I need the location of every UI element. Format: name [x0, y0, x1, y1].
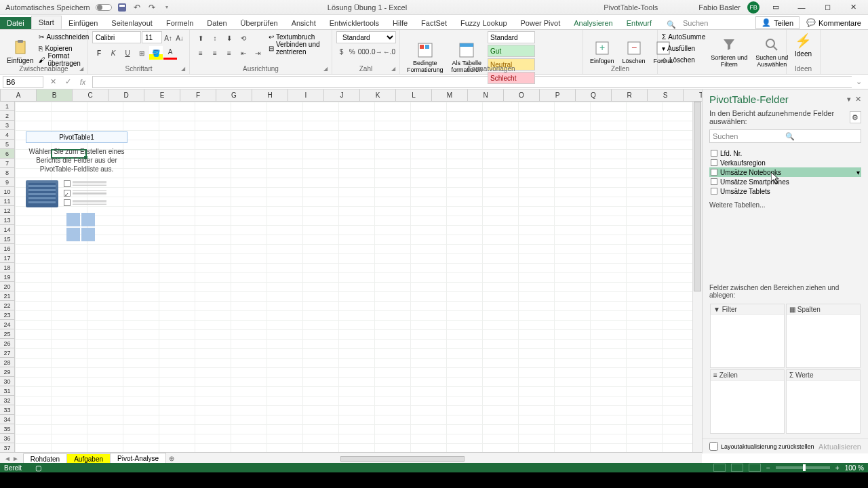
area-rows[interactable]: ≡ Zeilen: [710, 369, 785, 434]
column-header[interactable]: D: [108, 89, 144, 102]
clear-button[interactable]: ◇Löschen: [662, 54, 705, 65]
zoom-level[interactable]: 100 %: [845, 464, 864, 472]
orientation-icon[interactable]: ⟲: [237, 31, 250, 45]
horizontal-scrollbar[interactable]: [191, 455, 688, 463]
align-bottom-icon[interactable]: ⬇: [222, 31, 236, 45]
chevron-down-icon[interactable]: ▾: [856, 169, 860, 176]
field-pane-close-icon[interactable]: ✕: [855, 95, 861, 104]
align-center-icon[interactable]: ≡: [208, 46, 222, 60]
row-header[interactable]: 22: [0, 301, 15, 310]
column-header[interactable]: N: [468, 89, 504, 102]
row-header[interactable]: 13: [0, 216, 15, 225]
column-header[interactable]: F: [180, 89, 216, 102]
vertical-scrollbar[interactable]: [692, 102, 702, 453]
fill-color-button[interactable]: 🪣: [149, 46, 163, 60]
normal-view-icon[interactable]: [713, 464, 726, 472]
search-icon[interactable]: 🔍: [667, 20, 676, 29]
row-header[interactable]: 34: [0, 415, 15, 424]
sheet-nav-next-icon[interactable]: ►: [12, 455, 19, 462]
column-header[interactable]: M: [432, 89, 468, 102]
tab-insert[interactable]: Einfügen: [62, 17, 104, 29]
row-header[interactable]: 4: [0, 130, 15, 140]
decrease-font-icon[interactable]: A↓: [174, 31, 185, 45]
page-break-view-icon[interactable]: [749, 464, 761, 472]
row-header[interactable]: 5: [0, 140, 15, 149]
tab-help[interactable]: Hilfe: [386, 17, 414, 29]
row-header[interactable]: 32: [0, 396, 15, 405]
tab-fuzzy[interactable]: Fuzzy Lookup: [454, 17, 513, 29]
field-item-hover[interactable]: Umsätze Notebooks▾: [709, 167, 861, 177]
tell-me[interactable]: Suchen: [676, 17, 715, 29]
indent-inc-icon[interactable]: ⇥: [251, 46, 264, 60]
column-header[interactable]: B: [37, 89, 73, 102]
minimize-icon[interactable]: —: [792, 1, 811, 14]
row-header[interactable]: 21: [0, 291, 15, 301]
page-layout-view-icon[interactable]: [731, 464, 743, 472]
row-header[interactable]: 16: [0, 244, 15, 253]
font-size-combo[interactable]: [142, 31, 162, 43]
cell-styles-gallery[interactable]: Standard Gut Neutral Schlecht: [488, 31, 578, 84]
row-header[interactable]: 27: [0, 348, 15, 358]
field-item[interactable]: Umsätze Tablets: [709, 186, 861, 196]
macro-record-icon[interactable]: ▢: [35, 464, 41, 472]
row-header[interactable]: 24: [0, 320, 15, 329]
row-header[interactable]: 28: [0, 358, 15, 367]
tab-analyze[interactable]: Analysieren: [567, 17, 619, 29]
comma-icon[interactable]: 000: [358, 45, 370, 58]
row-header[interactable]: 1: [0, 102, 15, 111]
tab-review[interactable]: Überprüfen: [234, 17, 285, 29]
bold-button[interactable]: F: [92, 46, 106, 60]
field-search-input[interactable]: Suchen 🔍: [709, 129, 861, 143]
field-item[interactable]: Umsätze Smartphones: [709, 177, 861, 186]
column-header[interactable]: H: [252, 89, 288, 102]
checkbox-icon[interactable]: [711, 159, 717, 166]
zoom-in-icon[interactable]: +: [835, 464, 840, 472]
indent-dec-icon[interactable]: ⇤: [237, 46, 250, 60]
percent-icon[interactable]: %: [347, 45, 357, 58]
row-header[interactable]: 6: [0, 149, 15, 159]
more-tables-link[interactable]: Weitere Tabellen...: [703, 197, 868, 213]
close-icon[interactable]: ✕: [844, 1, 863, 14]
italic-button[interactable]: K: [106, 46, 120, 60]
row-header[interactable]: 11: [0, 197, 15, 206]
row-header[interactable]: 12: [0, 206, 15, 216]
row-header[interactable]: 31: [0, 386, 15, 396]
column-header[interactable]: C: [73, 89, 108, 102]
row-header[interactable]: 37: [0, 443, 15, 453]
row-header[interactable]: 35: [0, 424, 15, 434]
clipboard-launcher[interactable]: ◢: [79, 66, 86, 73]
tab-data[interactable]: Daten: [200, 17, 233, 29]
customize-qat-icon[interactable]: ▾: [162, 3, 172, 12]
column-header[interactable]: J: [324, 89, 360, 102]
number-format-combo[interactable]: Standard: [336, 31, 396, 43]
align-left-icon[interactable]: ≡: [194, 46, 208, 60]
area-filter[interactable]: ▼ Filter: [710, 304, 785, 368]
fill-button[interactable]: ▾Ausfüllen: [662, 43, 705, 54]
column-header[interactable]: A: [1, 89, 37, 102]
field-item[interactable]: Verkaufsregion: [709, 158, 861, 167]
comments-button[interactable]: 💬Kommentare: [806, 18, 861, 27]
share-button[interactable]: 👤Teilen: [755, 16, 800, 29]
field-pane-options-icon[interactable]: ▾: [847, 95, 851, 104]
currency-icon[interactable]: $: [336, 45, 347, 58]
style-gut[interactable]: Gut: [488, 45, 535, 57]
tab-view[interactable]: Ansicht: [285, 17, 323, 29]
conditional-format-button[interactable]: Bedingte Formatierung: [404, 31, 446, 84]
row-header[interactable]: 14: [0, 225, 15, 235]
font-launcher[interactable]: ◢: [181, 66, 188, 73]
zoom-out-icon[interactable]: −: [766, 464, 770, 472]
font-color-button[interactable]: A: [163, 46, 177, 60]
row-header[interactable]: 29: [0, 367, 15, 377]
save-icon[interactable]: [117, 3, 127, 12]
autosave-toggle[interactable]: [96, 4, 112, 11]
checkbox-icon[interactable]: [711, 150, 717, 157]
column-header[interactable]: G: [216, 89, 252, 102]
column-header[interactable]: E: [144, 89, 180, 102]
align-top-icon[interactable]: ⬆: [194, 31, 208, 45]
tab-start[interactable]: Start: [31, 16, 62, 29]
row-header[interactable]: 26: [0, 339, 15, 348]
fx-icon[interactable]: fx: [76, 76, 90, 88]
enter-formula-icon[interactable]: ✓: [61, 76, 75, 88]
row-header[interactable]: 7: [0, 159, 15, 168]
cut-button[interactable]: ✂Ausschneiden: [39, 31, 89, 42]
